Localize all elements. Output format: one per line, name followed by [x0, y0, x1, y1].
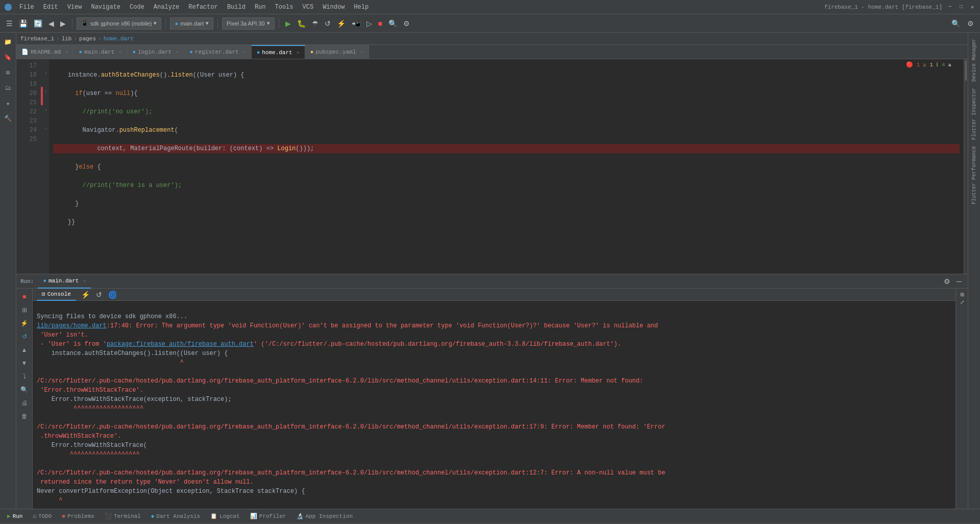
scroll-up-button[interactable]: ▲: [18, 344, 31, 356]
console-flutter-btn[interactable]: 🌀: [106, 290, 119, 300]
device-mirror-button[interactable]: 📲: [350, 18, 362, 29]
tab-register[interactable]: ● register.dart ✕: [184, 45, 251, 59]
console-toggle-button[interactable]: ⊞: [18, 304, 31, 316]
logcat-tool[interactable]: 📋 Logcat: [207, 512, 243, 520]
breadcrumb-lib[interactable]: lib: [62, 36, 72, 42]
separator-4: [279, 18, 279, 29]
menu-refactor[interactable]: Refactor: [184, 3, 222, 12]
expand-icon[interactable]: ▲: [948, 62, 951, 68]
run-panel-expand[interactable]: ⤢: [958, 298, 966, 306]
tab-pubspec-close[interactable]: ✕: [360, 49, 363, 55]
flutter-reload-button[interactable]: ↺: [18, 330, 31, 343]
forward-button[interactable]: ▶: [58, 18, 68, 29]
scroll-down-button[interactable]: ▼: [18, 357, 31, 369]
vertical-scrollbar[interactable]: [964, 59, 968, 274]
app-inspection-tool[interactable]: 🔬 App Inspection: [293, 512, 356, 520]
minimize-button[interactable]: ─: [946, 4, 953, 11]
dart-analysis-tool[interactable]: ◆ Dart Analysis: [148, 512, 203, 520]
right-sidebar-device-manager[interactable]: Device Manager: [970, 37, 978, 84]
wrap-toggle-button[interactable]: ⤵: [18, 370, 31, 383]
tab-main-close[interactable]: ✕: [118, 49, 121, 55]
save-button[interactable]: 💾: [17, 18, 30, 29]
maximize-button[interactable]: □: [958, 4, 965, 11]
home-dart-link[interactable]: lib/pages/home.dart: [37, 322, 107, 329]
run-device-button[interactable]: ▷: [364, 18, 374, 29]
menu-tools[interactable]: Tools: [271, 3, 298, 12]
settings-button[interactable]: ⚙: [965, 18, 976, 29]
emulator-selector[interactable]: Pixel 3a API 30 ▾: [222, 17, 275, 30]
stop-run-button[interactable]: ■: [18, 291, 31, 303]
stop-button[interactable]: ■: [376, 18, 384, 29]
tab-home[interactable]: ● home.dart ✕: [252, 45, 305, 59]
tab-pubspec[interactable]: ● pubspec.yaml ✕: [305, 45, 369, 59]
run-tab-close[interactable]: ✕: [83, 278, 86, 284]
filter-button[interactable]: 🔍: [18, 384, 31, 396]
device-selector[interactable]: 📱 sdk gphone x86 (mobile) ▾: [77, 17, 161, 30]
console-reload[interactable]: ↺: [94, 290, 104, 300]
file-selector[interactable]: ● main.dart ▾: [170, 17, 213, 30]
menu-edit[interactable]: Edit: [39, 3, 62, 12]
firebase-auth-link[interactable]: package:firebase_auth/firebase_auth.dart: [107, 341, 254, 348]
tab-register-close[interactable]: ✕: [243, 49, 246, 55]
rerun-button[interactable]: ↺: [323, 18, 333, 29]
menu-window[interactable]: Window: [318, 3, 349, 12]
inspect-button[interactable]: 🔍: [386, 18, 399, 29]
coverage-button[interactable]: ☂: [310, 18, 321, 29]
right-sidebar-flutter-performance[interactable]: Flutter Performance: [970, 144, 978, 206]
menu-code[interactable]: Code: [126, 3, 149, 12]
lightning-run-button[interactable]: ⚡: [18, 317, 31, 329]
sidebar-project[interactable]: 📁: [1, 35, 15, 49]
sidebar-structure[interactable]: ⊞: [1, 65, 15, 80]
console-line-7: /C:/src/flutter/.pub-cache/hosted/pub.da…: [37, 377, 643, 385]
profiler-tool[interactable]: 📊 Profiler: [247, 512, 289, 520]
console-lightning[interactable]: ⚡: [79, 290, 92, 300]
console-output[interactable]: Syncing files to device sdk gphone x86..…: [33, 301, 955, 509]
right-sidebar-flutter-inspector[interactable]: Flutter Inspector: [970, 86, 978, 142]
sidebar-build[interactable]: 🔨: [1, 111, 15, 126]
todo-tool[interactable]: ☑ TODO: [30, 512, 55, 520]
tab-login[interactable]: ● login.dart ✕: [128, 45, 185, 59]
print-button[interactable]: 🖨: [18, 397, 31, 409]
run-settings-button[interactable]: ⚙: [942, 276, 952, 287]
sync-button[interactable]: 🔄: [32, 18, 44, 29]
lightning-button[interactable]: ⚡: [335, 18, 348, 29]
close-button[interactable]: ✕: [969, 4, 976, 11]
menu-analyze[interactable]: Analyze: [150, 3, 183, 12]
tab-home-close[interactable]: ✕: [297, 50, 300, 56]
run-tool[interactable]: ▶ Run: [4, 512, 26, 520]
tab-main[interactable]: ● main.dart ✕: [74, 45, 127, 59]
menu-help[interactable]: Help: [350, 3, 373, 12]
run-panel-split[interactable]: ⊞: [958, 291, 966, 298]
menu-build[interactable]: Build: [223, 3, 250, 12]
menu-view[interactable]: View: [63, 3, 86, 12]
tab-readme[interactable]: 📄 README.md ✕: [16, 45, 74, 59]
back-button[interactable]: ◀: [46, 18, 56, 29]
clear-button[interactable]: 🗑: [18, 410, 31, 422]
menu-run[interactable]: Run: [251, 3, 270, 12]
tab-login-close[interactable]: ✕: [176, 49, 179, 55]
sidebar-bookmark[interactable]: 🔖: [1, 50, 15, 64]
tab-readme-close[interactable]: ✕: [65, 49, 68, 55]
app-inspection-label: App Inspection: [306, 513, 353, 519]
problems-tool[interactable]: ⊗ Problems: [59, 512, 97, 520]
breadcrumb-pages[interactable]: pages: [79, 36, 96, 42]
sidebar-favorites[interactable]: ★: [1, 96, 15, 110]
app-logo: [4, 3, 12, 11]
code-content[interactable]: instance.authStateChanges().listen((User…: [49, 59, 964, 274]
console-line-6: ^: [37, 359, 184, 366]
console-tab[interactable]: ⊡ Console: [37, 289, 76, 301]
run-button[interactable]: ▶: [283, 18, 293, 29]
debug-button[interactable]: 🐛: [295, 18, 308, 29]
run-panel-minimize[interactable]: ─: [954, 276, 964, 287]
terminal-tool[interactable]: ⬛ Terminal: [102, 512, 144, 520]
breadcrumb-file[interactable]: home.dart: [104, 36, 134, 42]
search-everywhere-button[interactable]: 🔍: [949, 18, 962, 29]
menu-vcs[interactable]: VCS: [299, 3, 318, 12]
profile-button[interactable]: ⚙: [401, 18, 412, 29]
menu-file[interactable]: File: [15, 3, 38, 12]
breadcrumb-project[interactable]: firebase_1: [20, 36, 54, 42]
menu-toggle-button[interactable]: ☰: [4, 18, 15, 29]
menu-navigate[interactable]: Navigate: [87, 3, 125, 12]
run-tab-main[interactable]: ● main.dart ✕: [38, 274, 91, 289]
sidebar-resource[interactable]: 🗂: [1, 81, 15, 95]
